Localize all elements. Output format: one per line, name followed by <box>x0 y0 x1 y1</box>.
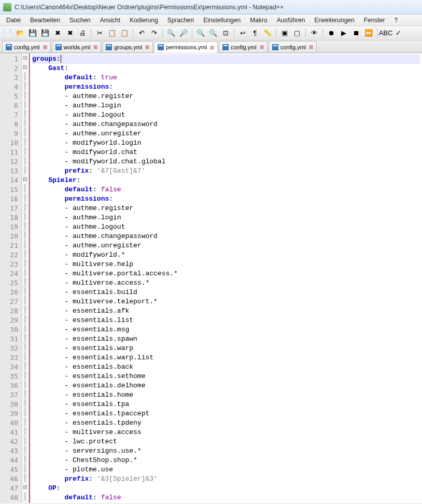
close-all-button[interactable]: ✖ <box>64 27 76 39</box>
tab-config-yml[interactable]: config.yml⊠ <box>2 41 51 52</box>
menu-?[interactable]: ? <box>390 16 402 25</box>
code-line[interactable]: default: false <box>32 493 420 502</box>
code-line[interactable]: default: true <box>32 73 420 82</box>
code-line[interactable]: - essentials.home <box>32 390 420 400</box>
copy-button[interactable]: 📋 <box>106 27 118 39</box>
print-button[interactable]: 🖨 <box>77 27 88 39</box>
tab-config-yml[interactable]: config.yml⊠ <box>269 41 317 52</box>
unfold-all-button[interactable]: ▢ <box>291 27 303 39</box>
code-line[interactable]: - ChestShop.shop.* <box>32 456 420 465</box>
fit-button[interactable]: ⊡ <box>220 27 231 39</box>
code-line[interactable]: - essentials.sethome <box>32 372 420 381</box>
menu-ansicht[interactable]: Ansicht <box>96 16 124 25</box>
cut-button[interactable]: ✂ <box>94 27 105 39</box>
code-area[interactable]: groups: Gast: default: true permissions:… <box>30 53 422 503</box>
code-line[interactable]: prefix: '&3[Spieler]&3' <box>32 474 420 484</box>
code-line[interactable]: - lwc.protect <box>32 437 420 446</box>
fold-marker[interactable]: ⊟ <box>22 63 29 72</box>
fold-marker[interactable]: ⊟ <box>22 53 29 63</box>
new-file-button[interactable]: 📄 <box>2 27 13 39</box>
code-line[interactable]: - essentials.tpdeny <box>32 418 420 428</box>
code-line[interactable]: - authme.register <box>32 92 420 101</box>
code-line[interactable]: default: false <box>32 185 420 194</box>
code-line[interactable]: - modifyworld.* <box>32 250 420 260</box>
menu-einstellungen[interactable]: Einstellungen <box>199 16 245 25</box>
code-line[interactable]: - multiverse.help <box>32 260 420 269</box>
menu-datei[interactable]: Datei <box>2 16 25 25</box>
tab-worlds-yml[interactable]: worlds.yml⊠ <box>52 41 102 52</box>
code-line[interactable]: - essentials.list <box>32 316 420 325</box>
close-icon[interactable]: ⊠ <box>260 44 264 50</box>
menu-sprachen[interactable]: Sprachen <box>163 16 198 25</box>
code-line[interactable]: - essentials.warp.list <box>32 353 420 362</box>
tab-config-yml[interactable]: config.yml⊠ <box>219 41 268 52</box>
code-line[interactable]: OP: <box>32 484 420 493</box>
code-line[interactable]: - multiverse.access <box>32 428 420 437</box>
save-button[interactable]: 💾 <box>27 27 38 39</box>
code-line[interactable]: groups: <box>32 54 420 64</box>
code-line[interactable]: - modifyworld.chat <box>32 148 420 157</box>
code-line[interactable]: - essentials.tpa <box>32 400 420 409</box>
code-line[interactable]: Spieler: <box>32 176 420 185</box>
code-line[interactable]: permissions: <box>32 194 420 204</box>
wrap-button[interactable]: ↩ <box>237 27 248 39</box>
menu-suchen[interactable]: Suchen <box>65 16 95 25</box>
close-icon[interactable]: ⊠ <box>93 44 97 50</box>
menu-erweiterungen[interactable]: Erweiterungen <box>310 16 358 25</box>
code-line[interactable]: Gast: <box>32 64 420 73</box>
fold-marker[interactable]: ⊟ <box>22 483 29 492</box>
macro-play-button[interactable]: ▶ <box>338 27 349 39</box>
code-line[interactable]: - modifyworld.chat.global <box>32 157 420 166</box>
indent-guide-button[interactable]: 📏 <box>262 27 273 39</box>
code-line[interactable]: - multiverse.portal.access.* <box>32 269 420 278</box>
code-line[interactable]: - essentials.warp <box>32 344 420 353</box>
fold-all-button[interactable]: ▣ <box>279 27 290 39</box>
code-line[interactable]: - essentials.msg <box>32 325 420 334</box>
code-line[interactable]: - serversigns.use.* <box>32 446 420 456</box>
macro-record-button[interactable]: ⏺ <box>326 27 337 39</box>
code-line[interactable]: - essentials.spawn <box>32 334 420 344</box>
show-all-button[interactable]: ¶ <box>249 27 261 39</box>
close-icon[interactable]: ⊠ <box>145 44 149 50</box>
code-line[interactable]: - essentials.delhome <box>32 381 420 390</box>
hidden-chars-button[interactable]: 👁 <box>308 27 320 39</box>
redo-button[interactable]: ↷ <box>148 27 160 39</box>
spell-check-button[interactable]: ABC <box>380 27 391 39</box>
code-line[interactable]: - authme.unregister <box>32 241 420 250</box>
find-button[interactable]: 🔍 <box>165 27 177 39</box>
undo-button[interactable]: ↶ <box>136 27 147 39</box>
code-line[interactable]: - authme.changepassword <box>32 232 420 241</box>
save-all-button[interactable]: 💾 <box>39 27 51 39</box>
menu-makro[interactable]: Makro <box>246 16 271 25</box>
code-line[interactable]: - modifyworld.login <box>32 138 420 148</box>
tab-permissions-yml[interactable]: permissions.yml⊠ <box>154 41 218 53</box>
code-line[interactable]: - plotme.use <box>32 465 420 474</box>
code-line[interactable]: - authme.changepassword <box>32 120 420 129</box>
zoom-in-button[interactable]: 🔍 <box>195 27 206 39</box>
code-line[interactable]: - authme.login <box>32 213 420 222</box>
zoom-out-button[interactable]: 🔍 <box>207 27 219 39</box>
menu-bearbeiten[interactable]: Bearbeiten <box>26 16 64 25</box>
menu-fenster[interactable]: Fenster <box>360 16 389 25</box>
close-icon[interactable]: ⊠ <box>43 44 47 50</box>
code-line[interactable]: - authme.logout <box>32 110 420 120</box>
code-line[interactable]: - essentials.back <box>32 362 420 372</box>
code-line[interactable]: prefix: '&7[Gast]&7' <box>32 166 420 176</box>
code-line[interactable]: - multiverse.access.* <box>32 278 420 288</box>
tab-groups-yml[interactable]: groups.yml⊠ <box>102 41 153 52</box>
code-line[interactable]: - authme.login <box>32 101 420 110</box>
macro-fast-button[interactable]: ⏩ <box>363 27 374 39</box>
spell-lang-button[interactable]: ✓ <box>392 27 404 39</box>
close-button[interactable]: ✖ <box>52 27 63 39</box>
code-line[interactable]: - authme.unregister <box>32 129 420 138</box>
code-line[interactable]: - authme.register <box>32 204 420 213</box>
close-icon[interactable]: ⊠ <box>309 44 313 50</box>
code-line[interactable]: - essentials.build <box>32 288 420 297</box>
code-line[interactable]: permissions: <box>32 82 420 92</box>
code-line[interactable]: - essentials.afk <box>32 306 420 316</box>
open-file-button[interactable]: 📂 <box>15 27 26 39</box>
replace-button[interactable]: 🔎 <box>178 27 189 39</box>
code-line[interactable]: - multiverse.teleport.* <box>32 297 420 306</box>
macro-stop-button[interactable]: ⏹ <box>350 27 362 39</box>
code-line[interactable]: - essentials.tpaccept <box>32 409 420 418</box>
